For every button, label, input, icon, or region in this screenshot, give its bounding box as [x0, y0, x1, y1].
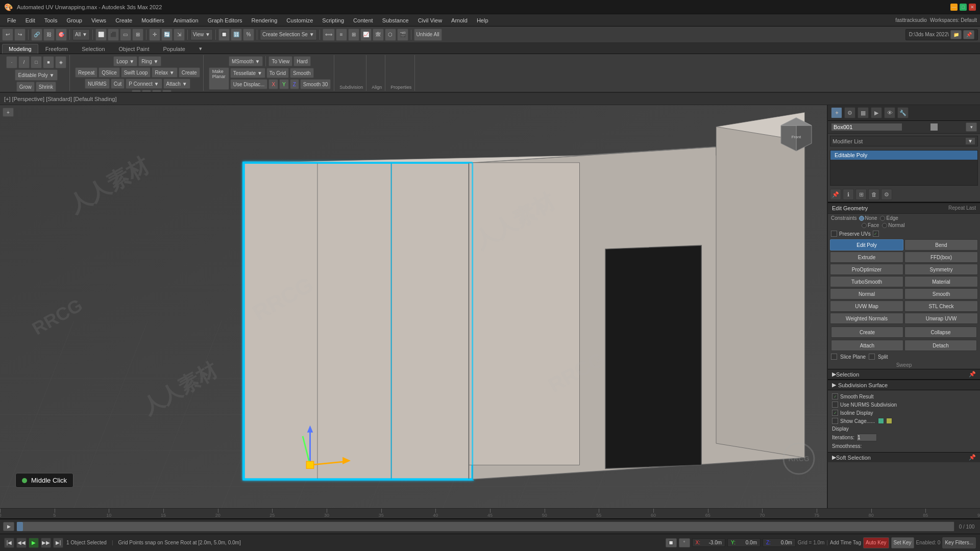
add-time-tag[interactable]: Add Time Tag: [830, 540, 861, 545]
angle-snap-toggle[interactable]: °: [679, 538, 690, 547]
z-axis-button[interactable]: Z: [290, 79, 299, 89]
preserve-uvs-checkbox[interactable]: [831, 231, 837, 237]
menu-views[interactable]: Views: [87, 16, 110, 24]
smooth-button[interactable]: Smooth: [290, 68, 313, 78]
collapse-geo-button[interactable]: Collapse: [904, 327, 977, 338]
vertex-icon-button[interactable]: ·: [6, 56, 17, 68]
smooth-mod-button[interactable]: Smooth: [904, 288, 978, 299]
turbosmooth-mod-button[interactable]: TurboSmooth: [830, 276, 903, 287]
timeline-play-btn[interactable]: ▶: [3, 522, 14, 531]
p-connect-dropdown[interactable]: P Connect ▼: [126, 79, 162, 89]
material-editor[interactable]: ⬡: [385, 29, 396, 41]
constraint-none-radio[interactable]: None: [859, 215, 877, 221]
prev-frame-btn[interactable]: |◀: [4, 538, 14, 548]
set-key-button[interactable]: Set Key: [891, 537, 914, 548]
create-selection-set[interactable]: Create Selection Se ▼: [260, 29, 317, 40]
nurms-button[interactable]: NURMS: [85, 79, 110, 89]
object-name-input[interactable]: [831, 123, 902, 131]
tab-freeform[interactable]: Freeform: [39, 44, 75, 54]
tab-modeling[interactable]: Modeling: [2, 44, 38, 54]
unwrap-uvw-mod-button[interactable]: Unwrap UVW: [904, 313, 978, 324]
subdivision-section-header[interactable]: ▶ Subdivision Surface: [828, 380, 980, 390]
ffd-mod-button[interactable]: FFD(box): [904, 252, 978, 263]
navigation-cube[interactable]: Front: [776, 115, 817, 156]
select-by-name-button[interactable]: ⬛: [108, 29, 119, 41]
tab-object-paint[interactable]: Object Paint: [112, 44, 156, 54]
menu-help[interactable]: Help: [473, 16, 493, 24]
percent-snap-button[interactable]: %: [243, 29, 254, 41]
scale-button[interactable]: ⇲: [174, 29, 185, 41]
menu-arnold[interactable]: Arnold: [447, 16, 472, 24]
loop-dropdown[interactable]: Loop ▼: [113, 56, 137, 66]
browse-path-button[interactable]: 📁: [950, 30, 962, 39]
curve-editor[interactable]: 📈: [360, 29, 372, 41]
make-planar-button[interactable]: MakePlanar: [209, 67, 229, 90]
x-axis-button[interactable]: X: [268, 79, 278, 89]
redo-button[interactable]: ↪: [14, 29, 26, 41]
constraint-edge-radio[interactable]: Edge: [880, 215, 898, 221]
smooth-result-checkbox[interactable]: [832, 393, 838, 399]
pin-stack-icon[interactable]: 📌: [830, 189, 841, 200]
symmetry-mod-button[interactable]: Symmetry: [904, 264, 978, 275]
play-btn[interactable]: ▶: [29, 538, 39, 548]
menu-substance[interactable]: Substance: [378, 16, 413, 24]
schematic-view[interactable]: 🕸: [373, 29, 384, 41]
tessellate-dropdown[interactable]: Tessellate ▼: [230, 68, 265, 78]
normal-mod-button[interactable]: Normal: [830, 288, 903, 299]
smooth30-button[interactable]: Smooth 30: [300, 79, 331, 89]
repeat-button[interactable]: Repeat: [75, 67, 97, 78]
stack-item-editable-poly[interactable]: Editable Poly: [830, 151, 977, 160]
auto-key-button[interactable]: Auto Key: [863, 537, 889, 548]
link-button[interactable]: 🔗: [31, 29, 42, 41]
snap-3d-toggle[interactable]: 🔲: [666, 538, 677, 547]
y-axis-button[interactable]: Y: [279, 79, 289, 89]
bind-space-warp[interactable]: 🎯: [56, 29, 67, 41]
select-object-button[interactable]: ⬜: [95, 29, 107, 41]
align-button[interactable]: ≡: [336, 29, 347, 41]
hierarchy-panel-button[interactable]: ▦: [857, 107, 869, 118]
tab-populate[interactable]: Populate: [156, 44, 191, 54]
undo-button[interactable]: ↩: [2, 29, 13, 41]
selection-section-header[interactable]: ▶ Selection 📌: [828, 369, 980, 380]
create-geo-button[interactable]: Create: [831, 327, 903, 338]
move-button[interactable]: ✛: [149, 29, 160, 41]
element-icon-button[interactable]: ◈: [55, 56, 66, 68]
menu-group[interactable]: Group: [62, 16, 86, 24]
swift-loop-button[interactable]: Swift Loop: [121, 67, 151, 78]
edit-poly-mod-button[interactable]: Edit Poly: [830, 239, 903, 251]
rotate-button[interactable]: 🔄: [161, 29, 173, 41]
stlcheck-mod-button[interactable]: STL Check: [904, 300, 978, 312]
hard-button[interactable]: Hard: [293, 56, 311, 66]
menu-content[interactable]: Content: [349, 16, 377, 24]
isoline-checkbox[interactable]: [832, 410, 838, 416]
edge-icon-button[interactable]: /: [18, 56, 30, 68]
show-cage-checkbox[interactable]: [832, 418, 838, 424]
next-key-btn[interactable]: ▶▶: [41, 538, 51, 548]
constraint-normal-radio[interactable]: Normal: [882, 222, 904, 228]
viewport[interactable]: 人人素材 RRCG 人人素材 人人素材 RRCG RRCG Front +: [0, 105, 827, 508]
remove-modifier-icon[interactable]: 🗑: [868, 189, 879, 200]
menu-graph-editors[interactable]: Graph Editors: [204, 16, 247, 24]
constraint-face-radio[interactable]: Face: [862, 222, 879, 228]
mirror-button[interactable]: ⟺: [323, 29, 335, 41]
angle-snap-button[interactable]: 🔢: [231, 29, 242, 41]
object-color-swatch[interactable]: [930, 123, 938, 131]
prev-key-btn[interactable]: ◀◀: [16, 538, 27, 548]
tab-selection[interactable]: Selection: [75, 44, 111, 54]
shrink-button[interactable]: Shrink: [36, 82, 56, 92]
weighted-normals-mod-button[interactable]: Weighted Normals: [830, 313, 903, 324]
attach-geo-button[interactable]: Attach: [831, 340, 903, 351]
render-setup[interactable]: 🎬: [397, 29, 408, 41]
modifier-list-dropdown[interactable]: ▼: [965, 137, 975, 145]
editable-poly-dropdown[interactable]: Editable Poly ▼: [15, 69, 57, 81]
selection-filter-dropdown[interactable]: All ▼: [72, 29, 90, 40]
pin-path-button[interactable]: 📌: [963, 30, 974, 39]
split-checkbox[interactable]: [869, 354, 875, 360]
grow-button[interactable]: Grow: [16, 82, 35, 92]
vp-plus-button[interactable]: +: [3, 108, 14, 117]
minimize-button[interactable]: —: [950, 4, 958, 11]
menu-file[interactable]: File: [3, 16, 20, 24]
use-nurms-checkbox[interactable]: [832, 402, 838, 408]
menu-scripting[interactable]: Scripting: [318, 16, 348, 24]
detach-geo-button[interactable]: Detach: [904, 340, 977, 351]
